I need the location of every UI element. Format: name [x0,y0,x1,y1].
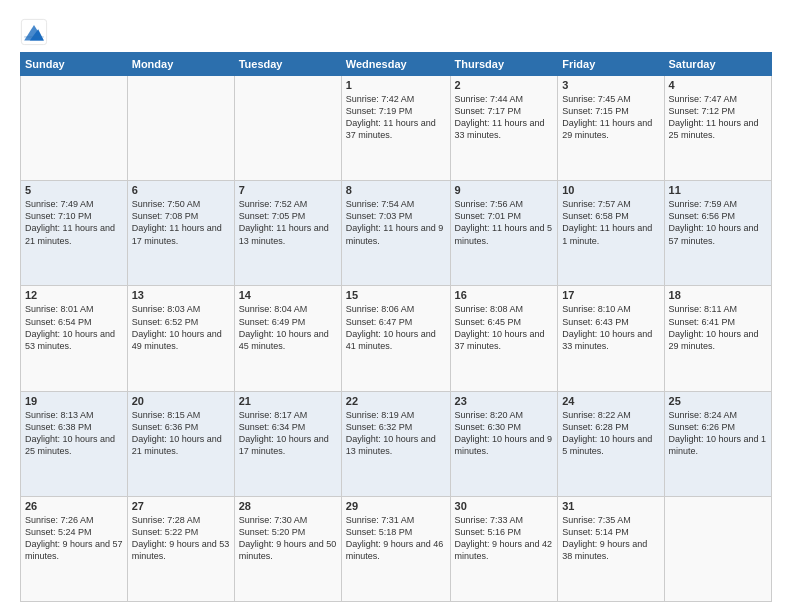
svg-rect-3 [24,36,44,37]
calendar-cell: 1Sunrise: 7:42 AM Sunset: 7:19 PM Daylig… [341,76,450,181]
calendar-cell: 11Sunrise: 7:59 AM Sunset: 6:56 PM Dayli… [664,181,771,286]
day-info: Sunrise: 8:04 AM Sunset: 6:49 PM Dayligh… [239,303,337,352]
calendar-cell: 13Sunrise: 8:03 AM Sunset: 6:52 PM Dayli… [127,286,234,391]
weekday-header: Wednesday [341,53,450,76]
day-info: Sunrise: 8:01 AM Sunset: 6:54 PM Dayligh… [25,303,123,352]
calendar-cell [21,76,128,181]
day-number: 29 [346,500,446,512]
day-number: 21 [239,395,337,407]
calendar-cell: 7Sunrise: 7:52 AM Sunset: 7:05 PM Daylig… [234,181,341,286]
day-info: Sunrise: 7:54 AM Sunset: 7:03 PM Dayligh… [346,198,446,247]
day-info: Sunrise: 8:15 AM Sunset: 6:36 PM Dayligh… [132,409,230,458]
calendar-cell: 12Sunrise: 8:01 AM Sunset: 6:54 PM Dayli… [21,286,128,391]
day-info: Sunrise: 8:24 AM Sunset: 6:26 PM Dayligh… [669,409,767,458]
day-number: 31 [562,500,659,512]
calendar-week-row: 1Sunrise: 7:42 AM Sunset: 7:19 PM Daylig… [21,76,772,181]
day-info: Sunrise: 8:08 AM Sunset: 6:45 PM Dayligh… [455,303,554,352]
day-number: 14 [239,289,337,301]
day-number: 8 [346,184,446,196]
day-number: 24 [562,395,659,407]
weekday-header: Tuesday [234,53,341,76]
day-number: 19 [25,395,123,407]
day-info: Sunrise: 7:31 AM Sunset: 5:18 PM Dayligh… [346,514,446,563]
day-info: Sunrise: 7:50 AM Sunset: 7:08 PM Dayligh… [132,198,230,247]
calendar-cell: 4Sunrise: 7:47 AM Sunset: 7:12 PM Daylig… [664,76,771,181]
day-info: Sunrise: 8:22 AM Sunset: 6:28 PM Dayligh… [562,409,659,458]
calendar-cell: 3Sunrise: 7:45 AM Sunset: 7:15 PM Daylig… [558,76,664,181]
day-info: Sunrise: 8:03 AM Sunset: 6:52 PM Dayligh… [132,303,230,352]
day-info: Sunrise: 7:33 AM Sunset: 5:16 PM Dayligh… [455,514,554,563]
calendar-body: 1Sunrise: 7:42 AM Sunset: 7:19 PM Daylig… [21,76,772,602]
day-info: Sunrise: 8:13 AM Sunset: 6:38 PM Dayligh… [25,409,123,458]
day-info: Sunrise: 7:47 AM Sunset: 7:12 PM Dayligh… [669,93,767,142]
calendar-week-row: 5Sunrise: 7:49 AM Sunset: 7:10 PM Daylig… [21,181,772,286]
calendar-week-row: 19Sunrise: 8:13 AM Sunset: 6:38 PM Dayli… [21,391,772,496]
calendar-cell: 10Sunrise: 7:57 AM Sunset: 6:58 PM Dayli… [558,181,664,286]
day-number: 23 [455,395,554,407]
day-info: Sunrise: 7:44 AM Sunset: 7:17 PM Dayligh… [455,93,554,142]
day-info: Sunrise: 8:17 AM Sunset: 6:34 PM Dayligh… [239,409,337,458]
calendar-header: SundayMondayTuesdayWednesdayThursdayFrid… [21,53,772,76]
day-number: 16 [455,289,554,301]
day-number: 7 [239,184,337,196]
calendar-cell: 24Sunrise: 8:22 AM Sunset: 6:28 PM Dayli… [558,391,664,496]
day-info: Sunrise: 7:52 AM Sunset: 7:05 PM Dayligh… [239,198,337,247]
day-number: 18 [669,289,767,301]
weekday-header: Friday [558,53,664,76]
calendar-cell: 27Sunrise: 7:28 AM Sunset: 5:22 PM Dayli… [127,496,234,601]
day-number: 15 [346,289,446,301]
calendar-cell: 31Sunrise: 7:35 AM Sunset: 5:14 PM Dayli… [558,496,664,601]
calendar-table: SundayMondayTuesdayWednesdayThursdayFrid… [20,52,772,602]
day-number: 6 [132,184,230,196]
calendar-cell: 25Sunrise: 8:24 AM Sunset: 6:26 PM Dayli… [664,391,771,496]
calendar-cell: 18Sunrise: 8:11 AM Sunset: 6:41 PM Dayli… [664,286,771,391]
day-info: Sunrise: 7:49 AM Sunset: 7:10 PM Dayligh… [25,198,123,247]
calendar-cell: 14Sunrise: 8:04 AM Sunset: 6:49 PM Dayli… [234,286,341,391]
weekday-header: Monday [127,53,234,76]
day-number: 1 [346,79,446,91]
calendar-cell: 5Sunrise: 7:49 AM Sunset: 7:10 PM Daylig… [21,181,128,286]
logo-icon [20,18,48,46]
day-number: 11 [669,184,767,196]
logo [20,18,52,46]
day-number: 17 [562,289,659,301]
day-number: 25 [669,395,767,407]
calendar-cell: 30Sunrise: 7:33 AM Sunset: 5:16 PM Dayli… [450,496,558,601]
calendar-cell [234,76,341,181]
weekday-header: Saturday [664,53,771,76]
calendar-cell: 21Sunrise: 8:17 AM Sunset: 6:34 PM Dayli… [234,391,341,496]
calendar-cell: 22Sunrise: 8:19 AM Sunset: 6:32 PM Dayli… [341,391,450,496]
day-number: 12 [25,289,123,301]
calendar-cell [127,76,234,181]
day-info: Sunrise: 7:30 AM Sunset: 5:20 PM Dayligh… [239,514,337,563]
day-info: Sunrise: 7:28 AM Sunset: 5:22 PM Dayligh… [132,514,230,563]
day-info: Sunrise: 8:10 AM Sunset: 6:43 PM Dayligh… [562,303,659,352]
page: SundayMondayTuesdayWednesdayThursdayFrid… [0,0,792,612]
day-info: Sunrise: 7:57 AM Sunset: 6:58 PM Dayligh… [562,198,659,247]
calendar-cell: 16Sunrise: 8:08 AM Sunset: 6:45 PM Dayli… [450,286,558,391]
day-number: 27 [132,500,230,512]
calendar-cell: 2Sunrise: 7:44 AM Sunset: 7:17 PM Daylig… [450,76,558,181]
calendar-cell: 8Sunrise: 7:54 AM Sunset: 7:03 PM Daylig… [341,181,450,286]
calendar-cell: 26Sunrise: 7:26 AM Sunset: 5:24 PM Dayli… [21,496,128,601]
calendar-week-row: 12Sunrise: 8:01 AM Sunset: 6:54 PM Dayli… [21,286,772,391]
day-info: Sunrise: 7:35 AM Sunset: 5:14 PM Dayligh… [562,514,659,563]
day-info: Sunrise: 8:11 AM Sunset: 6:41 PM Dayligh… [669,303,767,352]
day-info: Sunrise: 7:26 AM Sunset: 5:24 PM Dayligh… [25,514,123,563]
day-number: 5 [25,184,123,196]
day-info: Sunrise: 7:42 AM Sunset: 7:19 PM Dayligh… [346,93,446,142]
calendar-cell: 23Sunrise: 8:20 AM Sunset: 6:30 PM Dayli… [450,391,558,496]
day-number: 26 [25,500,123,512]
day-number: 20 [132,395,230,407]
day-info: Sunrise: 7:56 AM Sunset: 7:01 PM Dayligh… [455,198,554,247]
weekday-header: Thursday [450,53,558,76]
calendar-cell: 6Sunrise: 7:50 AM Sunset: 7:08 PM Daylig… [127,181,234,286]
calendar-cell: 28Sunrise: 7:30 AM Sunset: 5:20 PM Dayli… [234,496,341,601]
calendar-cell: 17Sunrise: 8:10 AM Sunset: 6:43 PM Dayli… [558,286,664,391]
calendar-cell: 19Sunrise: 8:13 AM Sunset: 6:38 PM Dayli… [21,391,128,496]
calendar-cell: 9Sunrise: 7:56 AM Sunset: 7:01 PM Daylig… [450,181,558,286]
day-number: 10 [562,184,659,196]
day-info: Sunrise: 7:45 AM Sunset: 7:15 PM Dayligh… [562,93,659,142]
calendar-cell: 20Sunrise: 8:15 AM Sunset: 6:36 PM Dayli… [127,391,234,496]
calendar-week-row: 26Sunrise: 7:26 AM Sunset: 5:24 PM Dayli… [21,496,772,601]
